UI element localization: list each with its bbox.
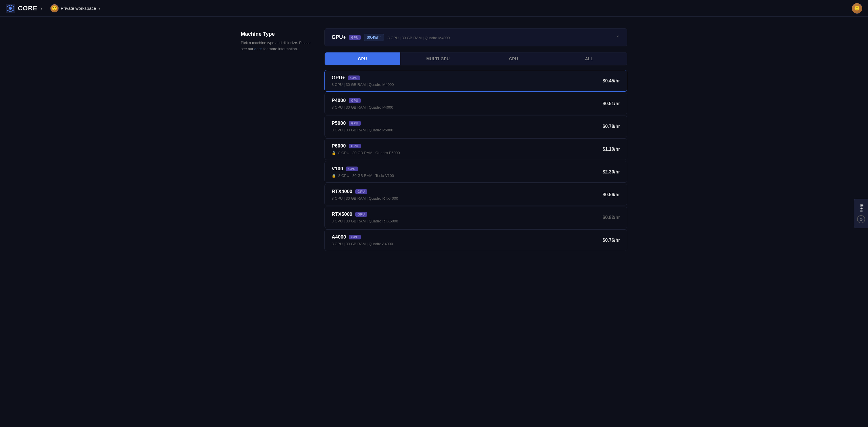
machine-item-name: P5000: [332, 121, 346, 126]
machine-item-specs-text: 8 CPU | 30 GB RAM | Quadro A4000: [332, 242, 393, 246]
selected-machine-header: GPU+ GPU $0.45/hr: [332, 34, 384, 41]
machine-item-left: P6000 GPU 🔒 8 CPU | 30 GB RAM | Quadro P…: [332, 143, 400, 155]
lock-icon: 🔒: [332, 151, 336, 155]
machine-item-name: P4000: [332, 98, 346, 103]
filter-tab-cpu[interactable]: CPU: [476, 53, 551, 65]
sidebar-title: Machine Type: [241, 31, 316, 37]
user-avatar-face: 🙂: [852, 3, 862, 13]
machine-item-price: $1.10/hr: [603, 147, 620, 152]
svg-point-2: [9, 7, 12, 10]
right-panel: GPU+ GPU $0.45/hr 8 CPU | 30 GB RAM | Qu…: [324, 28, 627, 251]
machine-item-price: $0.78/hr: [603, 124, 620, 129]
machine-item-badge: GPU: [355, 189, 367, 194]
machine-item-price: $0.76/hr: [603, 238, 620, 243]
user-avatar[interactable]: 🙂: [852, 3, 862, 13]
machine-item-left: A4000 GPU 8 CPU | 30 GB RAM | Quadro A40…: [332, 234, 393, 246]
machine-item-badge: GPU: [349, 98, 361, 103]
machine-item-price: $2.30/hr: [603, 169, 620, 174]
machine-item[interactable]: P6000 GPU 🔒 8 CPU | 30 GB RAM | Quadro P…: [324, 138, 627, 160]
machine-item-header: GPU+ GPU: [332, 75, 394, 81]
workspace-chevron-icon[interactable]: ▾: [98, 6, 100, 11]
core-logo-icon: [6, 4, 15, 13]
machine-item-header: P6000 GPU: [332, 143, 400, 149]
machine-item-specs: 8 CPU | 30 GB RAM | Quadro A4000: [332, 242, 393, 246]
machine-item-name: A4000: [332, 234, 346, 240]
workspace-avatar: 🙂: [51, 4, 59, 12]
machine-item-badge: GPU: [355, 212, 367, 217]
machine-list: GPU+ GPU 8 CPU | 30 GB RAM | Quadro M400…: [324, 70, 627, 251]
machine-item-specs: 🔒 8 CPU | 30 GB RAM | Tesla V100: [332, 173, 394, 178]
machine-item-name: V100: [332, 166, 343, 172]
machine-item-header: RTX4000 GPU: [332, 189, 398, 195]
logo-text: CORE: [18, 5, 37, 12]
workspace-selector[interactable]: 🙂 Private workspace ▾: [47, 3, 104, 14]
header-left: CORE ▾ 🙂 Private workspace ▾: [6, 3, 104, 14]
header: CORE ▾ 🙂 Private workspace ▾ 🙂: [0, 0, 868, 17]
sidebar-docs-link[interactable]: docs: [254, 47, 262, 51]
machine-item[interactable]: RTX4000 GPU 8 CPU | 30 GB RAM | Quadro R…: [324, 184, 627, 205]
machine-item-left: P5000 GPU 8 CPU | 30 GB RAM | Quadro P50…: [332, 121, 393, 132]
selected-banner-left: GPU+ GPU $0.45/hr 8 CPU | 30 GB RAM | Qu…: [332, 34, 450, 41]
machine-item-specs: 8 CPU | 30 GB RAM | Quadro P5000: [332, 128, 393, 132]
machine-item-specs-text: 8 CPU | 30 GB RAM | Quadro M4000: [332, 83, 394, 87]
machine-item-specs: 🔒 8 CPU | 30 GB RAM | Quadro P6000: [332, 151, 400, 155]
machine-item-header: P5000 GPU: [332, 121, 393, 126]
selected-machine-banner: GPU+ GPU $0.45/hr 8 CPU | 30 GB RAM | Qu…: [324, 28, 627, 46]
machine-item-specs-text: 8 CPU | 30 GB RAM | Quadro P6000: [338, 151, 400, 155]
machine-item-name: P6000: [332, 143, 346, 149]
machine-item-badge: GPU: [349, 235, 361, 239]
help-button[interactable]: Help ⊗: [854, 199, 868, 228]
sidebar: Machine Type Pick a machine type and dis…: [241, 28, 316, 251]
machine-item-left: P4000 GPU 8 CPU | 30 GB RAM | Quadro P40…: [332, 98, 393, 109]
selected-machine-badge: GPU: [349, 35, 361, 40]
machine-item-specs: 8 CPU | 30 GB RAM | Quadro M4000: [332, 83, 394, 87]
machine-item-header: P4000 GPU: [332, 98, 393, 103]
machine-item-left: V100 GPU 🔒 8 CPU | 30 GB RAM | Tesla V10…: [332, 166, 394, 178]
selected-machine-specs: 8 CPU | 30 GB RAM | Quadro M4000: [388, 36, 450, 40]
machine-item-left: GPU+ GPU 8 CPU | 30 GB RAM | Quadro M400…: [332, 75, 394, 87]
selected-machine-price-badge: $0.45/hr: [364, 34, 384, 41]
filter-tabs: GPUMULTI-GPUCPUALL: [324, 52, 627, 65]
machine-item-header: A4000 GPU: [332, 234, 393, 240]
machine-item-specs-text: 8 CPU | 30 GB RAM | Quadro P4000: [332, 105, 393, 109]
machine-item-name: GPU+: [332, 75, 345, 81]
machine-item-badge: GPU: [349, 144, 361, 149]
help-icon-symbol: ⊗: [859, 217, 863, 222]
machine-item-specs-text: 8 CPU | 30 GB RAM | Quadro RTX4000: [332, 196, 398, 200]
machine-item[interactable]: P5000 GPU 8 CPU | 30 GB RAM | Quadro P50…: [324, 116, 627, 137]
machine-item-badge: GPU: [348, 75, 360, 80]
filter-tab-gpu[interactable]: GPU: [325, 53, 400, 65]
workspace-name: Private workspace: [61, 6, 96, 11]
workspace-avatar-face: 🙂: [51, 4, 59, 12]
sidebar-description-suffix: for more information.: [262, 47, 298, 51]
machine-item[interactable]: V100 GPU 🔒 8 CPU | 30 GB RAM | Tesla V10…: [324, 161, 627, 183]
machine-item-specs: 8 CPU | 30 GB RAM | Quadro P4000: [332, 105, 393, 109]
main-content: Machine Type Pick a machine type and dis…: [232, 17, 636, 262]
logo-chevron-icon[interactable]: ▾: [40, 6, 42, 11]
machine-item-badge: GPU: [349, 121, 361, 126]
machine-item-header: V100 GPU: [332, 166, 394, 172]
sidebar-description: Pick a machine type and disk size. Pleas…: [241, 40, 316, 52]
machine-item-name: RTX4000: [332, 189, 352, 195]
machine-item[interactable]: P4000 GPU 8 CPU | 30 GB RAM | Quadro P40…: [324, 93, 627, 114]
machine-item-badge: GPU: [346, 167, 358, 171]
machine-item-left: RTX5000 GPU 8 CPU | 30 GB RAM | Quadro R…: [332, 211, 398, 223]
machine-item-name: RTX5000: [332, 211, 352, 217]
machine-item-price: $0.82/hr: [603, 215, 620, 220]
filter-tab-multigpu[interactable]: MULTI-GPU: [400, 53, 476, 65]
machine-item[interactable]: A4000 GPU 8 CPU | 30 GB RAM | Quadro A40…: [324, 229, 627, 251]
selected-banner-chevron-icon[interactable]: ⌃: [616, 35, 620, 40]
machine-item-header: RTX5000 GPU: [332, 211, 398, 217]
machine-item-specs-text: 8 CPU | 30 GB RAM | Tesla V100: [338, 173, 394, 178]
machine-item-price: $0.51/hr: [603, 101, 620, 106]
selected-machine-name: GPU+: [332, 34, 346, 40]
lock-icon: 🔒: [332, 174, 336, 178]
logo-area[interactable]: CORE ▾: [6, 4, 42, 13]
machine-item-left: RTX4000 GPU 8 CPU | 30 GB RAM | Quadro R…: [332, 189, 398, 200]
machine-item-specs: 8 CPU | 30 GB RAM | Quadro RTX4000: [332, 196, 398, 200]
filter-tab-all[interactable]: ALL: [551, 53, 627, 65]
machine-item-price: $0.45/hr: [603, 78, 620, 84]
machine-item[interactable]: GPU+ GPU 8 CPU | 30 GB RAM | Quadro M400…: [324, 70, 627, 92]
machine-item-specs-text: 8 CPU | 30 GB RAM | Quadro P5000: [332, 128, 393, 132]
machine-item[interactable]: RTX5000 GPU 8 CPU | 30 GB RAM | Quadro R…: [324, 206, 627, 228]
